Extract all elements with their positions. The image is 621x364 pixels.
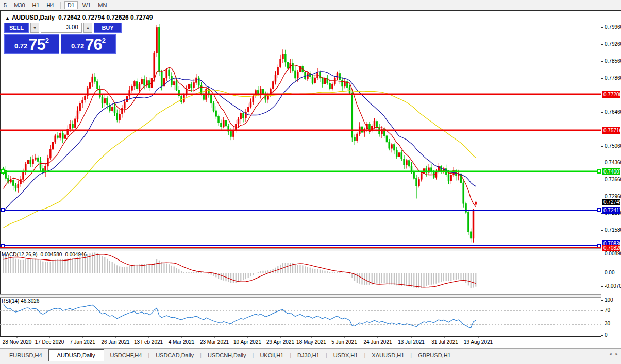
- current-price-label: 0.72749: [602, 199, 620, 205]
- time-axis-label: 18 May 2021: [296, 339, 326, 345]
- time-axis-label: 24 Jun 2021: [363, 339, 392, 345]
- axis-tickmark: [601, 300, 603, 301]
- axis-tickmark: [601, 335, 603, 336]
- hline-marker[interactable]: [597, 170, 600, 173]
- time-axis-label: 7 Jan 2021: [70, 339, 95, 345]
- chart-title-ohlc: 0.72642 0.72794 0.72626 0.72749: [58, 14, 153, 21]
- hline-marker[interactable]: [1, 209, 4, 212]
- macd-histogram: [4, 252, 476, 288]
- macd-panel[interactable]: [0, 251, 601, 294]
- axis-tickmark: [601, 310, 603, 311]
- axis-tickmark: [601, 324, 603, 324]
- timeframe-mn[interactable]: MN: [95, 2, 109, 9]
- toolbar-separator: [113, 2, 113, 9]
- time-axis-label: 17 Dec 2020: [35, 339, 64, 345]
- tab-ukoil-h1[interactable]: UKOil,H1: [254, 350, 290, 361]
- tab-dj30-h1[interactable]: DJ30,H1: [291, 350, 326, 361]
- chart-collapse-icon[interactable]: ▲: [5, 15, 10, 21]
- tab-usdcad-daily[interactable]: USDCAD,Daily: [149, 350, 200, 361]
- rsi-tick: 100: [605, 297, 613, 303]
- tab-audusd-daily[interactable]: AUDUSD,Daily: [48, 349, 104, 361]
- axis-tickmark: [601, 273, 603, 273]
- axis-tickmark: [601, 254, 603, 254]
- time-axis-label: 31 Jul 2021: [431, 339, 458, 345]
- tab-scroll-left-icon[interactable]: ◂: [609, 351, 612, 356]
- sell-button[interactable]: SELL: [4, 23, 29, 33]
- time-axis-label: 19 Aug 2021: [464, 339, 493, 345]
- time-axis[interactable]: 28 Nov 202017 Dec 20207 Jan 202126 Jan 2…: [0, 336, 621, 348]
- chart-title: ▲AUDUSD,Daily 0.72642 0.72794 0.72626 0.…: [5, 14, 153, 21]
- axis-tickmark: [601, 44, 603, 45]
- time-axis-label: 4 Mar 2021: [169, 339, 195, 345]
- tab-eurusd-h4[interactable]: EURUSD,H4: [3, 350, 48, 361]
- price-tick: 0.74360: [605, 160, 621, 165]
- chart-title-symbol: AUDUSD,Daily: [12, 14, 55, 21]
- axis-tickmark: [601, 146, 603, 147]
- time-axis-label: 5 Jun 2021: [331, 339, 357, 345]
- hline-marker[interactable]: [597, 209, 600, 212]
- buy-price-small: 0.72: [71, 42, 84, 50]
- axis-tickmark: [601, 78, 603, 79]
- macd-tick: -0.00701: [605, 283, 621, 289]
- rsi-line: [4, 304, 476, 328]
- sell-price-display[interactable]: 0.72 75 2: [4, 34, 59, 54]
- tab-usdchf-h4[interactable]: USDCHF,H4: [104, 350, 148, 361]
- ma-55-line: [4, 90, 476, 228]
- time-axis-label: 13 Jul 2021: [398, 339, 425, 345]
- macd-signal-line: [4, 254, 476, 287]
- rsi-label: RSI(14) 46.3026: [2, 298, 39, 304]
- time-axis-label: 10 Apr 2021: [233, 339, 261, 345]
- hline-price-label: 0.75716: [602, 127, 620, 134]
- time-axis-label: 29 Apr 2021: [266, 339, 294, 345]
- timeframe-w1[interactable]: W1: [80, 2, 94, 9]
- tab-scroll-arrows: ◂ ▸: [609, 351, 618, 356]
- axis-tickmark: [601, 180, 603, 180]
- time-axis-label: 28 Nov 2020: [3, 339, 32, 345]
- axis-tickmark: [601, 27, 603, 28]
- price-axis[interactable]: 0.799600.792600.785600.778600.764600.750…: [601, 11, 621, 337]
- toolbar-separator: [60, 2, 61, 9]
- time-axis-label: 26 Jan 2021: [101, 339, 129, 345]
- timeframe-toolbar: 5M30H1H4D1W1MN: [0, 0, 621, 10]
- timeframe-d1[interactable]: D1: [64, 1, 78, 9]
- hline-marker[interactable]: [1, 170, 4, 173]
- axis-tickmark: [601, 197, 603, 197]
- price-tick: 0.75060: [605, 143, 621, 149]
- rsi-tick: 70: [605, 307, 610, 313]
- sell-price-big: 75: [28, 37, 45, 53]
- price-tick: 0.77860: [605, 75, 621, 81]
- axis-tickmark: [601, 286, 603, 287]
- status-bar: [0, 361, 621, 364]
- buy-button[interactable]: BUY: [94, 23, 122, 33]
- timeframe-m30[interactable]: M30: [11, 2, 27, 9]
- tab-xauusd-h1[interactable]: XAUUSD,H1: [365, 350, 410, 361]
- tab-gbpusd-h1[interactable]: GBPUSD,H1: [412, 350, 457, 361]
- chart-tab-bar: EURUSD,H4AUDUSD,DailyUSDCHF,H4|USDCAD,Da…: [0, 348, 621, 361]
- buy-price-big: 76: [85, 37, 102, 53]
- macd-tick: 0.00: [605, 270, 614, 275]
- rsi-tick: 0: [605, 332, 608, 338]
- timeframe-h4[interactable]: H4: [44, 2, 57, 9]
- macd-tick: 0.008904: [605, 251, 621, 256]
- time-axis-label: 23 Mar 2021: [200, 339, 229, 345]
- rsi-panel[interactable]: [0, 298, 601, 336]
- hline-price-label: 0.74007: [602, 168, 620, 175]
- volume-increase-icon[interactable]: ▲: [83, 23, 92, 33]
- buy-price-display[interactable]: 0.72 76 2: [61, 34, 116, 54]
- hline-price-label: 0.77200: [602, 91, 620, 98]
- price-tick: 0.79960: [605, 24, 621, 30]
- time-axis-label: 13 Feb 2021: [134, 339, 163, 345]
- price-tick: 0.79260: [605, 41, 621, 47]
- volume-decrease-icon[interactable]: ▼: [30, 23, 39, 33]
- hline-price-label: 0.70820: [602, 245, 620, 251]
- buy-price-sup: 2: [102, 37, 106, 44]
- timeframe-5[interactable]: 5: [1, 2, 9, 9]
- volume-input[interactable]: 3.00: [41, 23, 82, 33]
- axis-tickmark: [601, 112, 603, 113]
- chart-frame-top: [0, 10, 621, 11]
- tab-scroll-right-icon[interactable]: ▸: [615, 351, 618, 356]
- tab-usdx-h1[interactable]: USDX,H1: [327, 350, 364, 361]
- sell-price-sup: 2: [45, 37, 49, 44]
- timeframe-h1[interactable]: H1: [30, 2, 42, 9]
- tab-usdcnh-daily[interactable]: USDCNH,Daily: [202, 350, 253, 361]
